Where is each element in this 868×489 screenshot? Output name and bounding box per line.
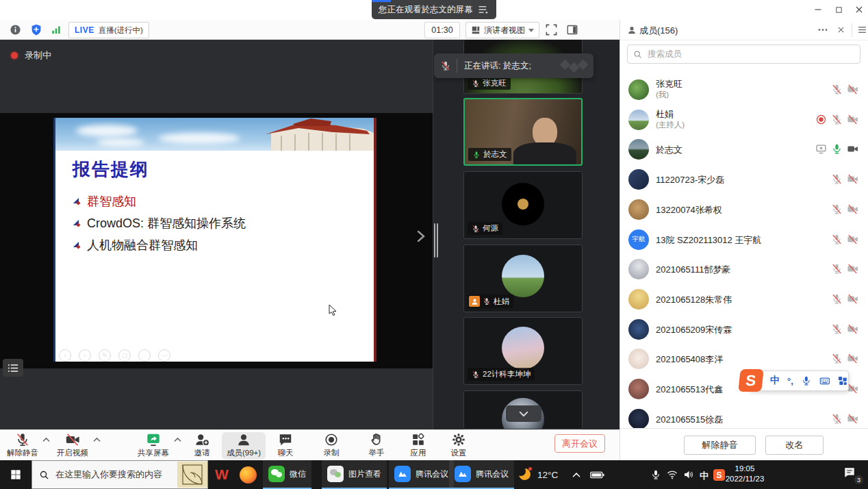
taskbar-app-wps[interactable]: W: [209, 460, 234, 489]
network-signal-icon[interactable]: [51, 25, 62, 35]
member-row[interactable]: 於志文: [620, 134, 868, 164]
more-options-icon[interactable]: [817, 28, 828, 32]
members-button[interactable]: 成员(99+): [222, 432, 266, 460]
video-tile-likunkun[interactable]: 22计科李坤坤: [463, 317, 583, 385]
thumbnail-scrollbar[interactable]: [434, 223, 438, 258]
tray-ime-lang[interactable]: 中: [700, 470, 711, 481]
member-name: 於志文: [656, 144, 682, 156]
wifi-icon[interactable]: [667, 469, 678, 480]
weather-temperature: 12°C: [537, 470, 558, 480]
camera-on-icon: [847, 143, 858, 155]
member-name: 2021065513代鑫: [656, 384, 723, 396]
panel-toggle-icon[interactable]: [566, 23, 578, 36]
live-status-text: 直播(进行中): [99, 25, 143, 36]
taskbar-app-tencent-meeting-2[interactable]: 腾讯会议: [449, 460, 514, 489]
member-search-input[interactable]: [646, 49, 854, 60]
golden-spiral-app[interactable]: [177, 462, 207, 488]
close-button[interactable]: [852, 3, 866, 16]
tray-expand-chevron[interactable]: [572, 472, 580, 478]
video-tile-dujuan[interactable]: 杜娟: [463, 244, 583, 312]
bullet-marker-icon: [73, 219, 81, 228]
tray-mic-icon[interactable]: [650, 469, 661, 480]
settings-button[interactable]: 设置: [437, 432, 481, 460]
ime-keyboard-icon[interactable]: [819, 375, 830, 386]
ime-toolbox-icon[interactable]: [837, 375, 848, 386]
taskbar-weather[interactable]: 12°C: [512, 460, 563, 489]
security-shield-icon[interactable]: [30, 23, 42, 36]
rename-button[interactable]: 改名: [765, 436, 824, 455]
taskbar-clock[interactable]: 19:05 2022/11/23: [720, 464, 769, 484]
host-badge-icon: [469, 296, 480, 307]
minimize-button[interactable]: [811, 3, 825, 16]
ime-lang-toggle[interactable]: 中: [770, 375, 780, 387]
record-button[interactable]: 录制: [309, 432, 353, 460]
mic-active-icon: [831, 143, 843, 155]
camera-muted-icon: [847, 413, 858, 425]
agenda-list-button[interactable]: [3, 359, 23, 377]
meeting-info-icon[interactable]: [10, 24, 21, 36]
battery-icon[interactable]: [590, 471, 604, 479]
expand-thumbnails-chevron[interactable]: [416, 230, 426, 242]
invite-button[interactable]: 邀请: [180, 432, 224, 460]
mic-options-chevron[interactable]: [42, 437, 50, 442]
taskbar-app-firefox[interactable]: [234, 460, 262, 489]
speaker-icon[interactable]: [683, 469, 694, 480]
tencent-meeting-icon: [394, 466, 411, 482]
tile-name-pill: 何源: [468, 222, 502, 235]
presenter-toolbar[interactable]: ‹›✎▢◌⋯: [59, 349, 170, 362]
apps-button[interactable]: 应用: [396, 432, 440, 460]
taskbar-app-image-viewer[interactable]: 图片查看: [322, 460, 387, 489]
taskbar-app-tencent-meeting-1[interactable]: 腾讯会议: [389, 460, 454, 489]
share-screen-icon: [146, 432, 161, 447]
apps-grid-icon: [411, 432, 426, 447]
raise-hand-button[interactable]: 举手: [355, 432, 398, 460]
video-options-chevron[interactable]: [93, 437, 101, 442]
recording-dot-icon: [11, 52, 18, 59]
taskbar-app-wechat[interactable]: 微信: [263, 460, 311, 489]
chat-button[interactable]: 聊天: [264, 432, 307, 460]
unmute-button[interactable]: 解除静音: [1, 432, 44, 460]
member-row[interactable]: 杜娟 (主持人): [620, 105, 868, 135]
raise-hand-icon: [369, 432, 384, 447]
video-tile-yuzhiwen-active[interactable]: 於志文: [463, 98, 583, 166]
start-video-button[interactable]: 开启视频: [51, 432, 94, 460]
member-row[interactable]: 13220074张希权: [620, 195, 868, 225]
member-search[interactable]: [627, 45, 860, 64]
start-button[interactable]: [0, 460, 31, 489]
sogou-logo[interactable]: S: [738, 369, 763, 392]
member-row[interactable]: 张克旺 (我): [620, 75, 868, 105]
member-name: 2021065209宋传霖: [656, 324, 732, 336]
notification-center-button[interactable]: 3: [843, 466, 861, 483]
unmute-all-button[interactable]: 解除静音: [684, 436, 756, 455]
notification-badge: 3: [854, 475, 864, 485]
ime-punctuation-toggle[interactable]: °,: [787, 376, 793, 386]
camera-muted-icon: [847, 173, 858, 185]
avatar: 宇航: [628, 229, 649, 250]
maximize-button[interactable]: [832, 3, 845, 16]
live-status-box[interactable]: LIVE 直播(进行中): [68, 22, 149, 38]
video-tile-heyuan[interactable]: 何源: [463, 171, 583, 239]
leave-meeting-button[interactable]: 离开会议: [554, 434, 605, 453]
fullscreen-icon[interactable]: [545, 23, 558, 36]
camera-muted-icon: [847, 263, 858, 275]
member-row[interactable]: 2021065111郜梦豪: [620, 254, 868, 284]
panel-menu-icon[interactable]: [858, 26, 867, 34]
view-mode-selector[interactable]: 演讲者视图: [465, 22, 539, 38]
tile-name: 杜娟: [494, 297, 509, 307]
members-panel: 成员(156) 张克旺 (我) 杜娟 (主持人): [620, 20, 868, 460]
member-name: 13院 SZ202113012 王宇航: [656, 234, 761, 247]
tile-name-pill: 於志文: [468, 148, 511, 161]
close-panel-icon[interactable]: [837, 26, 845, 34]
ime-voice-icon[interactable]: [801, 375, 812, 386]
collapse-thumbnails-button[interactable]: [506, 405, 541, 422]
member-row[interactable]: 2021065209宋传霖: [620, 314, 868, 344]
member-row[interactable]: 2021065128朱常伟: [620, 284, 868, 314]
camera-muted-icon: [847, 203, 858, 215]
member-row[interactable]: 11220723-宋少磊: [620, 164, 868, 195]
avatar: [502, 255, 544, 297]
search-icon: [633, 50, 642, 59]
member-row[interactable]: 宇航 13院 SZ202113012 王宇航: [620, 225, 868, 255]
share-screen-button[interactable]: 共享屏幕: [131, 432, 175, 460]
tooltip-menu-icon[interactable]: [478, 5, 488, 14]
golden-spiral-icon: [182, 464, 203, 485]
